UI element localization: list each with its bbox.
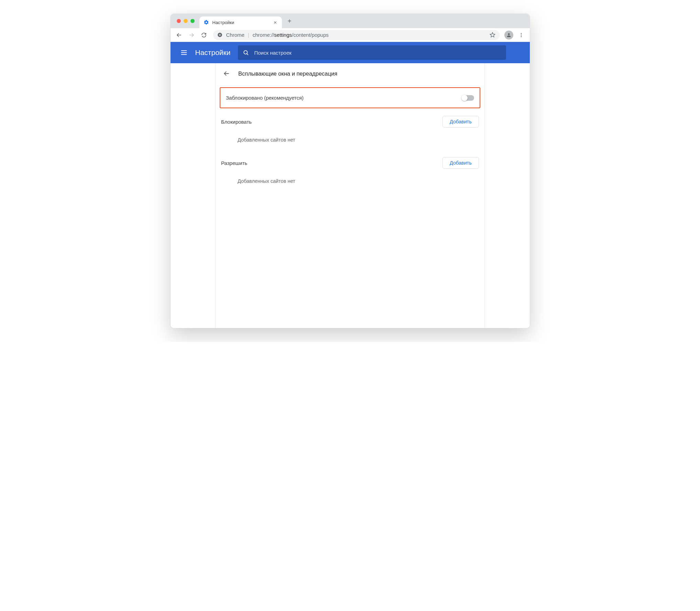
url-text: chrome://settings/content/popups: [253, 32, 486, 38]
svg-point-3: [508, 33, 510, 35]
tab-strip: Настройки: [171, 14, 530, 28]
settings-panel: Всплывающие окна и переадресация Заблоки…: [215, 63, 485, 328]
profile-avatar[interactable]: [504, 30, 514, 40]
svg-point-2: [219, 34, 220, 35]
tab-title: Настройки: [212, 20, 272, 25]
new-tab-button[interactable]: [285, 16, 294, 26]
browser-tab[interactable]: Настройки: [199, 16, 282, 28]
search-icon: [243, 49, 249, 56]
settings-search[interactable]: [238, 45, 506, 60]
allow-section: Разрешить Добавить Добавленных сайтов не…: [216, 149, 484, 191]
page-heading-row: Всплывающие окна и переадресация: [216, 63, 484, 81]
svg-point-4: [521, 33, 522, 34]
minimize-window-button[interactable]: [184, 19, 188, 23]
bookmark-star-icon[interactable]: [490, 32, 495, 38]
blocked-toggle-switch[interactable]: [462, 95, 474, 101]
settings-title: Настройки: [195, 48, 231, 57]
block-empty-message: Добавленных сайтов нет: [221, 127, 479, 149]
allow-add-button[interactable]: Добавить: [442, 157, 479, 169]
block-section-title: Блокировать: [221, 119, 252, 125]
toggle-knob: [461, 95, 468, 101]
settings-header: Настройки: [171, 42, 530, 63]
allow-section-title: Разрешить: [221, 160, 247, 166]
block-section: Блокировать Добавить Добавленных сайтов …: [216, 108, 484, 149]
url-separator: |: [248, 32, 249, 38]
maximize-window-button[interactable]: [190, 19, 195, 23]
browser-toolbar: Chrome | chrome://settings/content/popup…: [171, 28, 530, 42]
close-window-button[interactable]: [177, 19, 181, 23]
window-controls: [177, 19, 195, 23]
reload-button[interactable]: [199, 30, 209, 40]
block-add-button[interactable]: Добавить: [442, 116, 479, 127]
content-area: Всплывающие окна и переадресация Заблоки…: [171, 63, 530, 328]
address-bar[interactable]: Chrome | chrome://settings/content/popup…: [213, 30, 500, 40]
close-tab-button[interactable]: [272, 20, 278, 25]
hamburger-menu-icon[interactable]: [180, 49, 188, 56]
svg-point-7: [244, 51, 248, 54]
svg-point-5: [521, 34, 522, 35]
chrome-icon: [217, 32, 223, 38]
toggle-label: Заблокировано (рекомендуется): [226, 95, 304, 101]
settings-search-input[interactable]: [254, 50, 501, 56]
forward-button[interactable]: [186, 30, 197, 40]
url-origin-label: Chrome: [226, 32, 244, 38]
gear-icon: [204, 20, 209, 25]
blocked-toggle-row: Заблокировано (рекомендуется): [220, 87, 480, 108]
back-arrow-icon[interactable]: [223, 70, 230, 77]
allow-empty-message: Добавленных сайтов нет: [221, 169, 479, 191]
browser-window: Настройки Chrome | chrome://settings/co: [171, 14, 530, 328]
back-button[interactable]: [174, 30, 184, 40]
kebab-menu-icon[interactable]: [516, 30, 526, 40]
svg-point-6: [521, 36, 522, 37]
page-title: Всплывающие окна и переадресация: [238, 70, 337, 77]
